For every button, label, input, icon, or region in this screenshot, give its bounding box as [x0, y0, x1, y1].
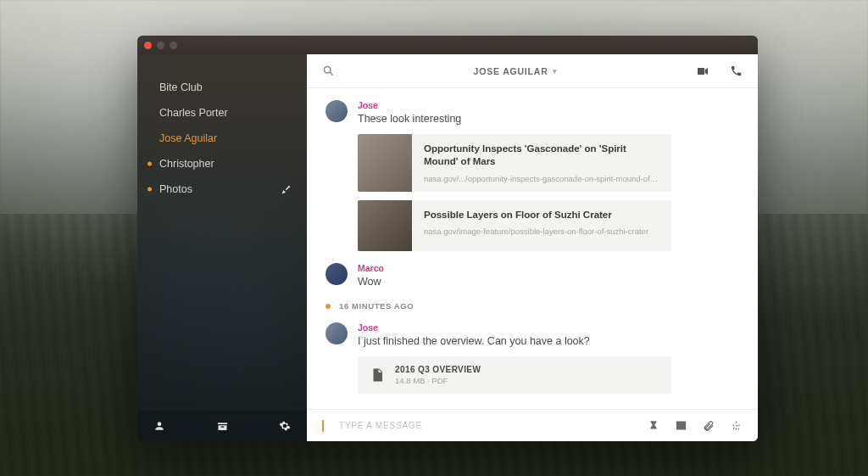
conversation-title[interactable]: JOSE AGUILAR ▾: [345, 66, 686, 76]
window-maximize-button[interactable]: [170, 42, 177, 49]
window-close-button[interactable]: [144, 42, 152, 49]
avatar[interactable]: [326, 263, 348, 285]
message-text: I just finished the overview. Can you ha…: [358, 334, 739, 350]
message-input[interactable]: [339, 421, 632, 430]
contacts-icon[interactable]: [153, 419, 166, 433]
time-divider: 16 MINUTES AGO: [326, 301, 739, 311]
avatar[interactable]: [326, 100, 348, 122]
unread-dot-icon: [147, 188, 152, 192]
conversation-label: Photos: [159, 183, 192, 195]
conversation-item-active[interactable]: Jose Aguilar: [137, 126, 307, 151]
conversation-label: Bite Club: [159, 81, 203, 93]
video-call-icon[interactable]: [696, 64, 709, 78]
link-url: nasa.gov/image-feature/possible-layers-o…: [424, 227, 659, 236]
svg-point-0: [325, 67, 331, 74]
link-preview[interactable]: Opportunity Inspects 'Gasconade' on 'Spi…: [358, 134, 671, 192]
conversation-item[interactable]: Christopher: [137, 151, 307, 176]
message: Jose I just finished the overview. Can y…: [326, 322, 739, 394]
ping-icon[interactable]: [730, 419, 743, 432]
conversation-label: Jose Aguilar: [159, 132, 217, 144]
conversation-label: Christopher: [159, 158, 214, 170]
file-icon: [370, 367, 385, 384]
link-title: Opportunity Inspects 'Gasconade' on 'Spi…: [424, 143, 659, 169]
image-icon[interactable]: [675, 419, 687, 432]
file-attachment[interactable]: 2016 Q3 OVERVIEW 14.8 MB · PDF: [358, 356, 671, 394]
link-title: Possible Layers on Floor of Suzhi Crater: [424, 209, 659, 222]
message: Jose These look interesting Opportunity …: [326, 100, 739, 251]
conversation-item[interactable]: Bite Club: [137, 75, 307, 100]
divider-dot-icon: [326, 304, 331, 309]
message-composer: [307, 409, 758, 441]
attachment-icon[interactable]: [703, 420, 715, 432]
avatar[interactable]: [326, 322, 348, 344]
conversation-header: JOSE AGUILAR ▾: [307, 54, 758, 88]
message-sender: Marco: [358, 263, 739, 273]
message-text: These look interesting: [358, 112, 739, 127]
link-thumbnail: [358, 200, 412, 251]
window-minimize-button[interactable]: [157, 42, 164, 49]
message-list[interactable]: Jose These look interesting Opportunity …: [307, 88, 758, 409]
ping-icon: [281, 184, 292, 195]
conversation-item[interactable]: Photos: [137, 176, 307, 202]
main-panel: JOSE AGUILAR ▾ Jose These look interesti…: [307, 54, 758, 441]
timed-message-icon[interactable]: [648, 420, 659, 432]
sidebar-bottom-bar: [137, 411, 307, 441]
titlebar: [137, 36, 758, 54]
unread-dot-icon: [147, 162, 152, 166]
message-text: Wow: [358, 275, 739, 290]
link-url: nasa.gov/.../opportunity-inspects-gascon…: [424, 174, 659, 183]
conversation-label: Charles Porter: [159, 107, 228, 119]
file-name: 2016 Q3 OVERVIEW: [395, 365, 481, 374]
chevron-down-icon: ▾: [553, 67, 558, 76]
link-thumbnail: [358, 134, 412, 192]
conversation-item[interactable]: Charles Porter: [137, 100, 307, 126]
archive-icon[interactable]: [215, 419, 229, 433]
message-sender: Jose: [358, 100, 739, 110]
app-window: Bite Club Charles Porter Jose Aguilar Ch…: [137, 36, 758, 441]
message-sender: Jose: [358, 322, 739, 333]
search-icon[interactable]: [322, 64, 335, 77]
svg-line-1: [330, 72, 332, 75]
message: Marco Wow: [326, 263, 739, 290]
conversation-list: Bite Club Charles Porter Jose Aguilar Ch…: [137, 54, 307, 411]
file-info: 14.8 MB · PDF: [395, 376, 481, 385]
composer-cursor-icon: [322, 420, 324, 432]
sidebar: Bite Club Charles Porter Jose Aguilar Ch…: [137, 54, 307, 441]
conversation-title-label: JOSE AGUILAR: [474, 66, 548, 76]
link-preview[interactable]: Possible Layers on Floor of Suzhi Crater…: [358, 200, 671, 251]
settings-icon[interactable]: [278, 419, 292, 433]
divider-label: 16 MINUTES AGO: [339, 301, 414, 311]
audio-call-icon[interactable]: [730, 64, 743, 77]
